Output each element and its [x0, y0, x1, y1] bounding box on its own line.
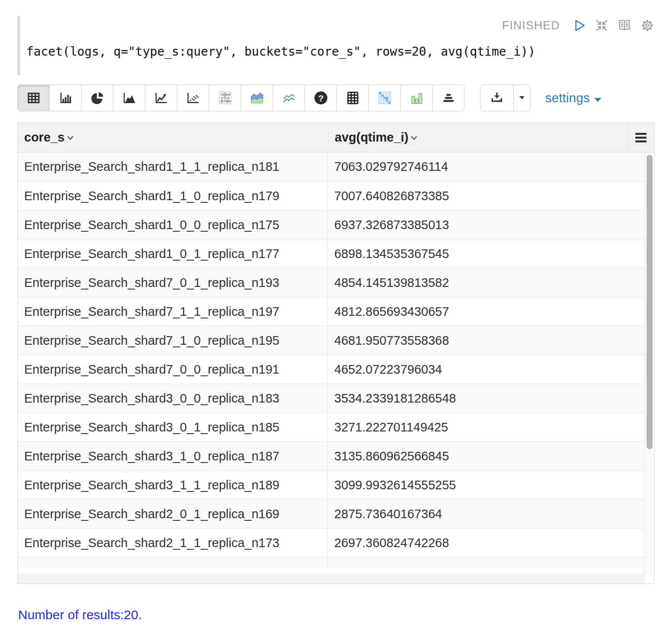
core-s-cell: Enterprise_Search_shard7_1_0_replica_n19…: [18, 326, 328, 355]
table-row: Enterprise_Search_shard3_0_1_replica_n18…: [18, 412, 645, 441]
help-button[interactable]: ?: [305, 85, 337, 111]
table-body: Enterprise_Search_shard1_1_1_replica_n18…: [18, 152, 645, 568]
table-row: Enterprise_Search_shard1_0_1_replica_n17…: [18, 239, 645, 268]
avg-qtime-cell: 4681.950773558368: [328, 326, 645, 355]
download-options-button[interactable]: [513, 85, 531, 111]
pie-chart-button[interactable]: [81, 85, 113, 111]
gear-icon: [640, 18, 655, 33]
status-text: FINISHED: [502, 19, 560, 32]
table-row: Enterprise_Search_shard7_1_0_replica_n19…: [18, 326, 645, 355]
zeppelin-paragraph: FINISHED facet(logs, q="type_s:query", b…: [0, 0, 672, 636]
avg-qtime-cell: 6898.134535367545: [328, 239, 645, 268]
caret-down-icon: [518, 94, 526, 102]
compress-icon: [594, 18, 609, 33]
hamburger-icon: [634, 132, 647, 143]
core-s-cell: Enterprise_Search_shard1_1_0_replica_n17…: [18, 181, 328, 210]
settings-gear-button[interactable]: [640, 18, 655, 33]
svg-text:?: ?: [318, 93, 323, 103]
avg-qtime-cell: 4812.865693430657: [328, 297, 645, 326]
table-row-partial: [18, 557, 645, 568]
avg-qtime-cell: 3534.2339181286548: [328, 384, 645, 412]
table-row: Enterprise_Search_shard1_1_0_replica_n17…: [18, 181, 645, 210]
column-header-core-s[interactable]: core_s: [18, 123, 328, 152]
paragraph-controls: FINISHED: [502, 18, 655, 33]
green-bars-button[interactable]: [400, 85, 433, 111]
heatmap-button[interactable]: [368, 85, 401, 111]
show-editor-button[interactable]: [617, 18, 632, 33]
core-s-cell: Enterprise_Search_shard3_0_0_replica_n18…: [18, 384, 328, 412]
pyramid-icon: [441, 91, 456, 105]
core-s-cell: Enterprise_Search_shard7_0_0_replica_n19…: [18, 355, 328, 384]
table-row: Enterprise_Search_shard7_1_1_replica_n19…: [18, 297, 645, 326]
avg-qtime-cell: 7007.640826873385: [328, 181, 645, 210]
collapse-output-button[interactable]: [594, 18, 609, 33]
run-button[interactable]: [572, 18, 587, 33]
core-s-cell: Enterprise_Search_shard7_1_1_replica_n19…: [18, 297, 328, 326]
column-label: core_s: [24, 130, 65, 145]
horizontal-scrollbar[interactable]: [18, 574, 645, 583]
bar-chart-icon: [57, 91, 74, 105]
caret-down-icon: [594, 91, 602, 105]
avg-qtime-cell: 2697.360824742268: [328, 528, 645, 557]
bubble-matrix-icon: [217, 90, 233, 106]
data-grid: Enterprise_Search_shard1_1_1_replica_n18…: [18, 152, 645, 568]
results-count: Number of results:20.: [18, 608, 142, 622]
core-s-cell: [18, 557, 328, 568]
table-row: Enterprise_Search_shard3_1_1_replica_n18…: [18, 470, 645, 499]
run-icon: [572, 18, 587, 33]
core-s-cell: Enterprise_Search_shard1_0_0_replica_n17…: [18, 210, 328, 239]
area-chart-icon: [121, 91, 138, 105]
avg-qtime-cell: [328, 557, 645, 568]
multi-line-icon: [280, 91, 298, 105]
core-s-cell: Enterprise_Search_shard2_0_1_replica_n16…: [18, 499, 328, 528]
code-editor[interactable]: facet(logs, q="type_s:query", buckets="c…: [26, 44, 535, 59]
avg-qtime-cell: 2875.73640167364: [328, 499, 645, 528]
scatter-plot-icon: [185, 91, 201, 105]
chart-type-group: ?: [17, 85, 465, 111]
settings-link[interactable]: settings: [545, 91, 602, 105]
scatter-plot-button[interactable]: [177, 85, 209, 111]
pyramid-button[interactable]: [432, 85, 465, 111]
bar-chart-button[interactable]: [49, 85, 82, 111]
column-label: avg(qtime_i): [335, 130, 408, 145]
avg-qtime-cell: 6937.326873385013: [328, 210, 645, 239]
grid-table-icon: [345, 90, 360, 106]
vertical-scrollbar[interactable]: [644, 152, 654, 574]
line-chart-icon: [153, 91, 170, 105]
download-icon: [490, 91, 504, 106]
avg-qtime-cell: 3099.9932614555255: [328, 470, 645, 499]
results-table: core_s avg(qtime_i) Enterprise_Search_sh…: [17, 123, 655, 584]
avg-qtime-cell: 7063.029792746114: [328, 152, 645, 181]
bubble-matrix-button[interactable]: [209, 85, 241, 111]
table-row: Enterprise_Search_shard3_0_0_replica_n18…: [18, 384, 645, 412]
chevron-down-icon[interactable]: [408, 132, 420, 143]
visualization-toolbar: ? settings: [17, 85, 655, 111]
table-row: Enterprise_Search_shard7_0_1_replica_n19…: [18, 268, 645, 297]
download-split-button: [480, 85, 531, 111]
stacked-area-chart-button[interactable]: [241, 85, 273, 111]
core-s-cell: Enterprise_Search_shard3_1_1_replica_n18…: [18, 470, 328, 499]
table-row: Enterprise_Search_shard7_0_0_replica_n19…: [18, 355, 645, 384]
core-s-cell: Enterprise_Search_shard3_0_1_replica_n18…: [18, 412, 328, 441]
table-chart-button[interactable]: [17, 85, 50, 111]
core-s-cell: Enterprise_Search_shard1_0_1_replica_n17…: [18, 239, 328, 268]
multi-line-chart-button[interactable]: [273, 85, 305, 111]
heatmap-icon: [377, 90, 393, 106]
settings-label: settings: [545, 91, 590, 105]
column-header-avg-qtime[interactable]: avg(qtime_i): [328, 123, 628, 152]
core-s-cell: Enterprise_Search_shard1_1_1_replica_n18…: [18, 152, 328, 181]
avg-qtime-cell: 4652.07223796034: [328, 355, 645, 384]
download-button[interactable]: [480, 85, 514, 111]
scrollbar-thumb[interactable]: [647, 155, 653, 449]
table-icon: [25, 91, 42, 105]
table-row: Enterprise_Search_shard2_1_1_replica_n17…: [18, 528, 645, 557]
table-row: Enterprise_Search_shard1_0_0_replica_n17…: [18, 210, 645, 239]
chevron-down-icon[interactable]: [65, 132, 76, 143]
grid-table-button[interactable]: [336, 85, 369, 111]
area-chart-button[interactable]: [113, 85, 145, 111]
table-menu-button[interactable]: [628, 123, 654, 152]
pie-chart-icon: [90, 91, 105, 105]
core-s-cell: Enterprise_Search_shard3_1_0_replica_n18…: [18, 441, 328, 470]
line-chart-button[interactable]: [145, 85, 177, 111]
table-body-viewport: Enterprise_Search_shard1_1_1_replica_n18…: [18, 152, 654, 574]
